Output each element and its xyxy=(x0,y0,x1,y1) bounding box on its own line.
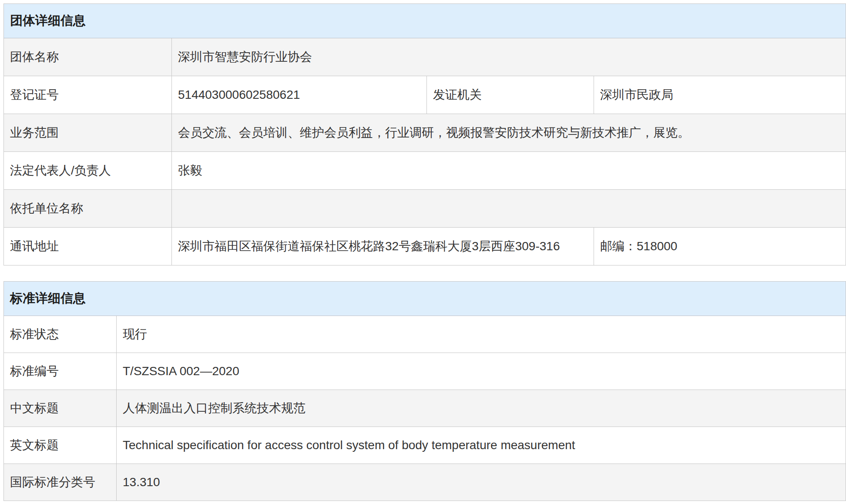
english-title-value: Technical specification for access contr… xyxy=(117,427,846,464)
standard-status-label: 标准状态 xyxy=(4,316,117,353)
table-row: 团体名称 深圳市智慧安防行业协会 xyxy=(4,38,846,76)
table-row: 国际标准分类号 13.310 xyxy=(4,464,846,501)
issuing-authority-label: 发证机关 xyxy=(427,76,594,114)
table-row: 登记证号 514403000602580621 发证机关 深圳市民政局 xyxy=(4,76,846,114)
registration-no-value: 514403000602580621 xyxy=(172,76,427,114)
table-row: 中文标题 人体测温出入口控制系统技术规范 xyxy=(4,390,846,427)
standard-no-label: 标准编号 xyxy=(4,353,117,390)
chinese-title-label: 中文标题 xyxy=(4,390,117,427)
legal-representative-label: 法定代表人/负责人 xyxy=(4,152,172,190)
table-row: 标准编号 T/SZSSIA 002—2020 xyxy=(4,353,846,390)
chinese-title-value: 人体测温出入口控制系统技术规范 xyxy=(117,390,846,427)
table-row: 法定代表人/负责人 张毅 xyxy=(4,152,846,190)
ics-no-label: 国际标准分类号 xyxy=(4,464,117,501)
supporting-unit-label: 依托单位名称 xyxy=(4,190,172,228)
standard-no-value: T/SZSSIA 002—2020 xyxy=(117,353,846,390)
table-row: 英文标题 Technical specification for access … xyxy=(4,427,846,464)
business-scope-label: 业务范围 xyxy=(4,114,172,152)
table-row: 依托单位名称 xyxy=(4,190,846,228)
issuing-authority-value: 深圳市民政局 xyxy=(594,76,846,114)
address-label: 通讯地址 xyxy=(4,228,172,265)
ics-no-value: 13.310 xyxy=(117,464,846,501)
table-row: 通讯地址 深圳市福田区福保街道福保社区桃花路32号鑫瑞科大厦3层西座309-31… xyxy=(4,228,846,265)
group-table-title: 团体详细信息 xyxy=(4,4,846,38)
page: 团体详细信息 团体名称 深圳市智慧安防行业协会 登记证号 51440300060… xyxy=(0,0,846,501)
business-scope-value: 会员交流、会员培训、维护会员利益，行业调研，视频报警安防技术研究与新技术推广，展… xyxy=(172,114,846,152)
standard-status-value: 现行 xyxy=(117,316,846,353)
group-name-label: 团体名称 xyxy=(4,38,172,76)
address-value: 深圳市福田区福保街道福保社区桃花路32号鑫瑞科大厦3层西座309-316 xyxy=(172,228,594,265)
group-info-table: 团体详细信息 团体名称 深圳市智慧安防行业协会 登记证号 51440300060… xyxy=(3,3,846,265)
english-title-label: 英文标题 xyxy=(4,427,117,464)
group-table-header-row: 团体详细信息 xyxy=(4,4,846,38)
registration-no-label: 登记证号 xyxy=(4,76,172,114)
standard-table-header-row: 标准详细信息 xyxy=(4,282,846,316)
table-row: 标准状态 现行 xyxy=(4,316,846,353)
legal-representative-value: 张毅 xyxy=(172,152,846,190)
postcode-value: 邮编：518000 xyxy=(594,228,846,265)
standard-table-title: 标准详细信息 xyxy=(4,282,846,316)
table-row: 业务范围 会员交流、会员培训、维护会员利益，行业调研，视频报警安防技术研究与新技… xyxy=(4,114,846,152)
supporting-unit-value xyxy=(172,190,846,228)
group-name-value: 深圳市智慧安防行业协会 xyxy=(172,38,846,76)
standard-info-table: 标准详细信息 标准状态 现行 标准编号 T/SZSSIA 002—2020 中文… xyxy=(3,281,846,501)
